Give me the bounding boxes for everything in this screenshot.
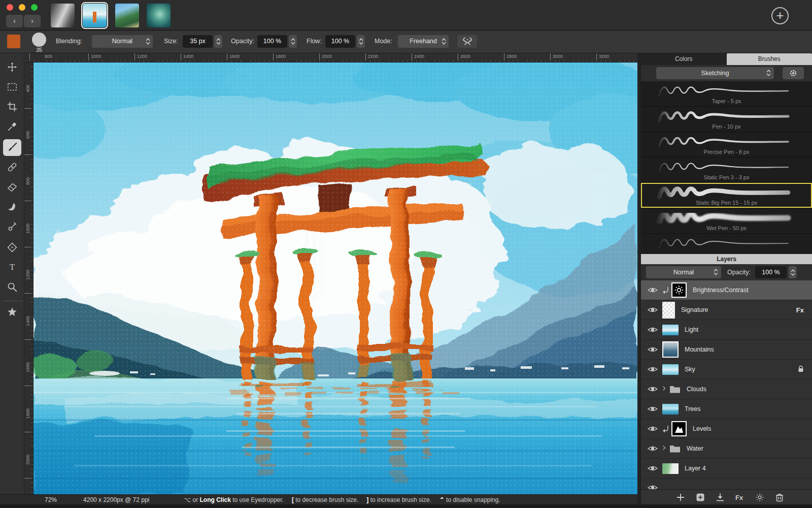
- brush-item-static-pen-3[interactable]: Static Pen 3 - 3 px: [641, 157, 812, 183]
- size-stepper[interactable]: [214, 35, 222, 48]
- magnifier-icon: [7, 281, 18, 293]
- adjustment-thumbnail[interactable]: [671, 282, 687, 298]
- updown-chevron-icon: [714, 268, 718, 276]
- layer-opacity-input[interactable]: 100 %: [755, 266, 787, 278]
- brush-item-taper[interactable]: Taper - 5 px: [641, 81, 812, 107]
- adjustment-thumbnail[interactable]: [671, 421, 687, 436]
- layer-row-brightness-contrast[interactable]: Brightness/Contrast: [641, 280, 812, 300]
- zoom-tool[interactable]: [3, 279, 21, 296]
- add-layer-button[interactable]: [676, 493, 685, 502]
- flow-input[interactable]: 100 %: [325, 35, 355, 48]
- layer-thumbnail[interactable]: [662, 302, 675, 319]
- group-expander-icon[interactable]: [662, 386, 667, 393]
- visibility-eye-icon[interactable]: [647, 306, 658, 314]
- layer-name: Water: [687, 445, 812, 452]
- tab-brushes[interactable]: Brushes: [727, 53, 812, 65]
- layer-opacity-stepper[interactable]: [789, 266, 797, 278]
- document-tab-torii-painting[interactable]: [83, 4, 107, 27]
- brush-item-pen[interactable]: Pen - 10 px: [641, 107, 812, 132]
- blending-dropdown[interactable]: Normal: [92, 35, 153, 48]
- brush-item-static-big-pen-15[interactable]: Static Big Pen 15 - 15 px: [641, 183, 812, 208]
- size-label: Size:: [164, 38, 178, 45]
- layer-row-layer-4[interactable]: Layer 4: [641, 459, 812, 479]
- layer-row-light[interactable]: Light: [641, 320, 812, 340]
- document-tab-grayscale-figure[interactable]: [51, 4, 75, 27]
- mask-button[interactable]: [716, 493, 725, 502]
- opacity-input[interactable]: 100 %: [257, 35, 287, 48]
- visibility-eye-icon[interactable]: [647, 385, 658, 393]
- opacity-stepper[interactable]: [289, 35, 297, 48]
- minimize-window-button[interactable]: [19, 4, 25, 11]
- visibility-eye-icon[interactable]: [647, 425, 658, 433]
- visibility-eye-icon[interactable]: [647, 444, 658, 453]
- visibility-eye-icon[interactable]: [647, 405, 658, 413]
- layer-thumbnail[interactable]: [662, 404, 679, 415]
- brush-item-wet-pen[interactable]: Wet Pen - 50 px: [641, 208, 812, 234]
- move-icon: [7, 61, 18, 73]
- ruler-vertical[interactable]: 4006008001000120014001600180020002200: [24, 62, 33, 494]
- clone-stamp-tool[interactable]: [3, 219, 21, 236]
- smudge-tool[interactable]: [3, 199, 21, 215]
- layer-thumbnail[interactable]: [662, 341, 679, 358]
- close-window-button[interactable]: [7, 4, 13, 11]
- arrow-down-tray-icon: [716, 493, 725, 502]
- layer-row-signature[interactable]: Signature Fx: [641, 300, 812, 320]
- marquee-select-tool[interactable]: [3, 79, 21, 96]
- zoom-window-button[interactable]: [31, 4, 38, 11]
- brush-item-precise-pen[interactable]: Precise Pen - 8 px: [641, 132, 812, 157]
- nav-back-button[interactable]: ‹: [6, 15, 23, 27]
- layer-blend-mode-dropdown[interactable]: Normal: [646, 266, 721, 278]
- hint-eyedropper: ⌥ or Long Click to use Eyedropper.: [184, 496, 284, 503]
- layer-thumbnail[interactable]: [662, 325, 679, 335]
- flow-stepper[interactable]: [357, 35, 365, 48]
- visibility-eye-icon[interactable]: [647, 345, 658, 354]
- healing-brush-tool[interactable]: [3, 159, 21, 176]
- brush-stabilizer-button[interactable]: [457, 35, 477, 48]
- updown-chevron-icon: [766, 69, 771, 77]
- mode-dropdown[interactable]: Freehand: [398, 35, 449, 48]
- new-document-button[interactable]: +: [771, 7, 789, 24]
- layer-row-trees[interactable]: Trees: [641, 399, 812, 419]
- favorites-tool[interactable]: [3, 304, 21, 321]
- layer-thumbnail[interactable]: [662, 463, 679, 474]
- layer-row-partial[interactable]: [641, 479, 812, 489]
- document-tab-coastal-landscape[interactable]: [115, 4, 139, 27]
- layer-row-water[interactable]: Water: [641, 439, 812, 459]
- visibility-eye-icon[interactable]: [647, 286, 658, 294]
- layer-lock-icon[interactable]: [798, 365, 804, 374]
- adjustments-button[interactable]: [755, 493, 764, 502]
- paint-brush-tool[interactable]: [3, 139, 21, 156]
- nav-forward-button[interactable]: ›: [24, 15, 41, 27]
- layer-thumbnail[interactable]: [662, 364, 679, 375]
- brush-settings-button[interactable]: [783, 67, 804, 79]
- visibility-eye-icon[interactable]: [647, 464, 658, 472]
- delete-layer-button[interactable]: [775, 493, 784, 502]
- ruler-horizontal[interactable]: 8001000120014001600180020002200240026002…: [24, 53, 637, 62]
- size-input[interactable]: 35 px: [183, 35, 213, 48]
- color-picker-tool[interactable]: [3, 118, 21, 135]
- add-group-button[interactable]: [696, 493, 705, 502]
- visibility-eye-icon[interactable]: [647, 365, 658, 373]
- layer-row-clouds[interactable]: Clouds: [641, 379, 812, 399]
- visibility-eye-icon[interactable]: [647, 484, 658, 490]
- brush-item-partial[interactable]: [641, 234, 812, 254]
- eraser-tool[interactable]: [3, 179, 21, 196]
- text-tool[interactable]: T: [3, 259, 21, 275]
- layer-row-sky[interactable]: Sky: [641, 360, 812, 379]
- move-tool[interactable]: [3, 59, 21, 76]
- document-tab-forest-grotto[interactable]: [147, 4, 171, 27]
- fx-button[interactable]: Fx: [735, 493, 745, 502]
- tab-colors[interactable]: Colors: [641, 53, 727, 65]
- canvas-viewport[interactable]: [33, 62, 637, 494]
- crop-tool[interactable]: [3, 99, 21, 115]
- side-panel: Colors Brushes Sketching: [640, 53, 812, 504]
- layer-row-mountains[interactable]: Mountains: [641, 340, 812, 360]
- painting-torii-gate[interactable]: [33, 62, 637, 494]
- brush-category-dropdown[interactable]: Sketching: [656, 67, 774, 79]
- group-expander-icon[interactable]: [662, 445, 667, 452]
- layer-fx-badge[interactable]: Fx: [796, 306, 804, 314]
- layer-row-levels[interactable]: Levels: [641, 419, 812, 439]
- active-color-swatch[interactable]: [7, 35, 20, 48]
- mesh-warp-tool[interactable]: [3, 239, 21, 256]
- visibility-eye-icon[interactable]: [647, 326, 658, 334]
